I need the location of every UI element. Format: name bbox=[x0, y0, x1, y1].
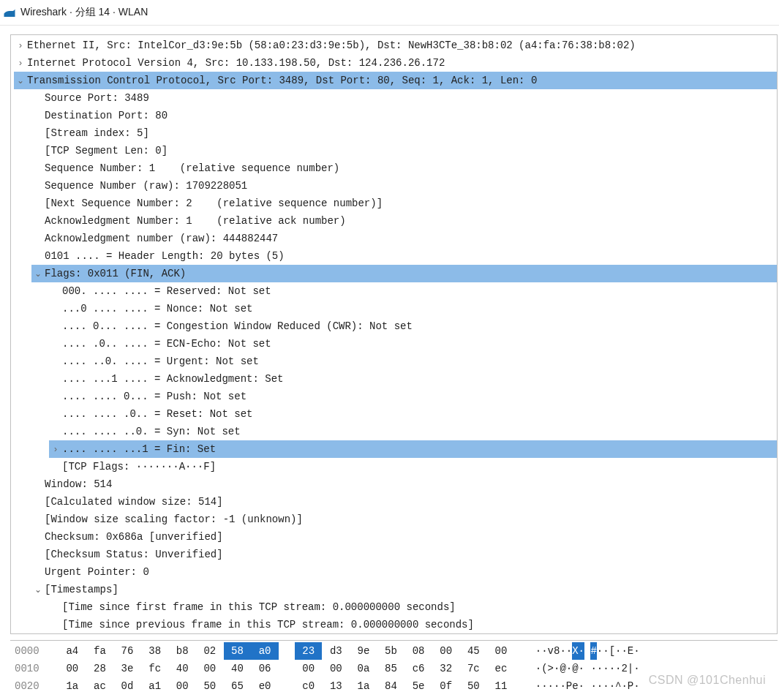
hex-ascii-char[interactable]: · bbox=[597, 677, 603, 695]
hex-row[interactable]: 0010 00 28 3e fc 40 00 40 06 00 00 0a 85… bbox=[10, 660, 778, 677]
tree-row-flg-psh[interactable]: .... .... 0... = Push: Not set bbox=[11, 388, 777, 405]
hex-ascii-char[interactable]: · bbox=[633, 660, 639, 677]
hex-byte[interactable]: 06 bbox=[251, 660, 279, 677]
hex-byte[interactable]: 85 bbox=[377, 660, 405, 677]
tree-row-flg-fin[interactable]: ›.... .... ...1 = Fin: Set bbox=[11, 440, 777, 458]
tree-row-chkstat[interactable]: [Checksum Status: Unverified] bbox=[11, 546, 777, 563]
tree-row-hdrlen[interactable]: 0101 .... = Header Length: 20 bytes (5) bbox=[11, 247, 777, 265]
hex-byte[interactable]: 50 bbox=[460, 677, 488, 695]
tree-chevron-right-icon[interactable]: › bbox=[14, 54, 27, 72]
hex-ascii-char[interactable]: · bbox=[590, 677, 596, 695]
tree-row-seglen[interactable]: [TCP Segment Len: 0] bbox=[11, 142, 777, 159]
hex-byte[interactable]: 23 bbox=[295, 642, 323, 660]
hex-byte[interactable]: 7c bbox=[460, 660, 488, 677]
hex-byte[interactable]: 00 bbox=[59, 660, 86, 677]
hex-ascii-char[interactable]: · bbox=[615, 642, 621, 660]
hex-byte[interactable]: c0 bbox=[295, 677, 323, 695]
tree-row-calcwin[interactable]: [Calculated window size: 514] bbox=[11, 493, 777, 511]
hex-ascii-char[interactable]: P bbox=[566, 677, 572, 695]
hex-ascii-char[interactable]: · bbox=[535, 642, 541, 660]
hex-ascii-char[interactable]: E bbox=[628, 642, 633, 660]
hex-ascii-char[interactable]: > bbox=[548, 660, 554, 677]
hex-byte[interactable]: d3 bbox=[322, 642, 350, 660]
hex-byte[interactable]: 50 bbox=[196, 677, 224, 695]
hex-ascii-char[interactable]: · bbox=[609, 660, 615, 677]
hex-ascii-char[interactable]: 2 bbox=[621, 660, 627, 677]
hex-ascii-char[interactable]: · bbox=[579, 677, 584, 695]
hex-byte[interactable]: 00 bbox=[168, 677, 196, 695]
tree-row-urgptr[interactable]: Urgent Pointer: 0 bbox=[11, 563, 777, 581]
hex-byte[interactable]: 9e bbox=[350, 642, 377, 660]
hex-byte[interactable]: 28 bbox=[86, 660, 114, 677]
tree-row-window[interactable]: Window: 514 bbox=[11, 475, 777, 493]
tree-row-srcport[interactable]: Source Port: 3489 bbox=[11, 89, 777, 107]
tree-row-seqnum[interactable]: Sequence Number: 1 (relative sequence nu… bbox=[11, 159, 777, 177]
tree-chevron-right-icon[interactable]: › bbox=[14, 37, 27, 54]
hex-byte[interactable]: 32 bbox=[432, 660, 460, 677]
hex-row[interactable]: 0000 a4 fa 76 38 b8 02 58 a0 23 d3 9e 5b… bbox=[10, 642, 778, 660]
hex-ascii-char[interactable]: · bbox=[548, 677, 554, 695]
tree-row-seqraw[interactable]: Sequence Number (raw): 1709228051 bbox=[11, 177, 777, 195]
hex-ascii-char[interactable]: · bbox=[560, 642, 565, 660]
tree-row-flg-syn[interactable]: .... .... ..0. = Syn: Not set bbox=[11, 423, 777, 440]
hex-byte[interactable]: e0 bbox=[251, 677, 279, 695]
hex-ascii-char[interactable]: · bbox=[633, 677, 639, 695]
hex-ascii-char[interactable]: · bbox=[579, 642, 584, 660]
hex-byte[interactable]: fa bbox=[86, 642, 114, 660]
hex-ascii-char[interactable]: · bbox=[554, 677, 560, 695]
hex-byte[interactable]: 76 bbox=[113, 642, 141, 660]
hex-ascii-char[interactable]: · bbox=[597, 642, 603, 660]
hex-byte[interactable]: 13 bbox=[322, 677, 350, 695]
packet-details-panel[interactable]: ›Ethernet II, Src: IntelCor_d3:9e:5b (58… bbox=[10, 34, 778, 634]
hex-ascii-char[interactable]: · bbox=[615, 660, 621, 677]
hex-byte[interactable]: 40 bbox=[168, 660, 196, 677]
hex-ascii-char[interactable]: · bbox=[621, 677, 627, 695]
hex-ascii-char[interactable]: · bbox=[535, 677, 541, 695]
hex-byte[interactable]: 00 bbox=[322, 660, 350, 677]
hex-ascii-char[interactable]: · bbox=[609, 677, 615, 695]
tree-row-ts-first[interactable]: [Time since first frame in this TCP stre… bbox=[11, 598, 777, 616]
hex-byte[interactable]: 45 bbox=[460, 642, 488, 660]
hex-ascii-char[interactable]: · bbox=[566, 642, 572, 660]
hex-byte[interactable]: 65 bbox=[224, 677, 252, 695]
hex-ascii-char[interactable]: ( bbox=[541, 660, 547, 677]
hex-ascii-char[interactable]: | bbox=[628, 660, 633, 677]
hex-ascii-char[interactable]: e bbox=[572, 677, 578, 695]
hex-ascii-char[interactable]: · bbox=[633, 642, 639, 660]
hex-byte[interactable]: 08 bbox=[404, 642, 432, 660]
tree-row-flg-ack[interactable]: .... ...1 .... = Acknowledgment: Set bbox=[11, 370, 777, 388]
hex-byte[interactable]: 58 bbox=[224, 642, 252, 660]
hex-ascii-char[interactable]: [ bbox=[609, 642, 615, 660]
hex-ascii-char[interactable]: ^ bbox=[615, 677, 621, 695]
hex-ascii-char[interactable]: X bbox=[572, 642, 578, 660]
hex-byte[interactable]: a0 bbox=[251, 642, 279, 660]
tree-row-ip[interactable]: ›Internet Protocol Version 4, Src: 10.13… bbox=[11, 54, 777, 72]
hex-byte[interactable]: 1a bbox=[59, 677, 86, 695]
tree-row-ts-prev[interactable]: [Time since previous frame in this TCP s… bbox=[11, 616, 777, 633]
hex-ascii-char[interactable]: · bbox=[621, 642, 627, 660]
hex-ascii-char[interactable]: P bbox=[628, 677, 633, 695]
hex-ascii-char[interactable]: · bbox=[603, 642, 609, 660]
tree-row-flg-urg[interactable]: .... ..0. .... = Urgent: Not set bbox=[11, 353, 777, 370]
hex-byte[interactable]: 0d bbox=[113, 677, 141, 695]
tree-row-tcp[interactable]: ⌄Transmission Control Protocol, Src Port… bbox=[11, 72, 777, 89]
tree-chevron-down-icon[interactable]: ⌄ bbox=[31, 581, 45, 598]
tree-chevron-down-icon[interactable]: ⌄ bbox=[31, 265, 45, 282]
hex-byte[interactable]: 00 bbox=[487, 642, 515, 660]
hex-byte[interactable]: 1a bbox=[350, 677, 377, 695]
hex-ascii-char[interactable]: · bbox=[541, 677, 547, 695]
hex-byte[interactable]: 0f bbox=[432, 677, 460, 695]
hex-byte[interactable]: 40 bbox=[224, 660, 252, 677]
hex-byte[interactable]: ec bbox=[487, 660, 515, 677]
tree-row-eth[interactable]: ›Ethernet II, Src: IntelCor_d3:9e:5b (58… bbox=[11, 37, 777, 54]
packet-bytes-panel[interactable]: 0000 a4 fa 76 38 b8 02 58 a0 23 d3 9e 5b… bbox=[10, 640, 778, 695]
hex-ascii-char[interactable]: # bbox=[590, 642, 596, 660]
tree-row-flg-res[interactable]: 000. .... .... = Reserved: Not set bbox=[11, 282, 777, 300]
hex-byte[interactable]: 3e bbox=[113, 660, 141, 677]
hex-ascii-char[interactable]: · bbox=[554, 660, 560, 677]
hex-ascii-char[interactable]: · bbox=[566, 660, 572, 677]
hex-ascii-char[interactable]: @ bbox=[560, 660, 565, 677]
tree-row-streamidx[interactable]: [Stream index: 5] bbox=[11, 124, 777, 142]
hex-byte[interactable]: 02 bbox=[196, 642, 224, 660]
tree-row-checksum[interactable]: Checksum: 0x686a [unverified] bbox=[11, 528, 777, 546]
